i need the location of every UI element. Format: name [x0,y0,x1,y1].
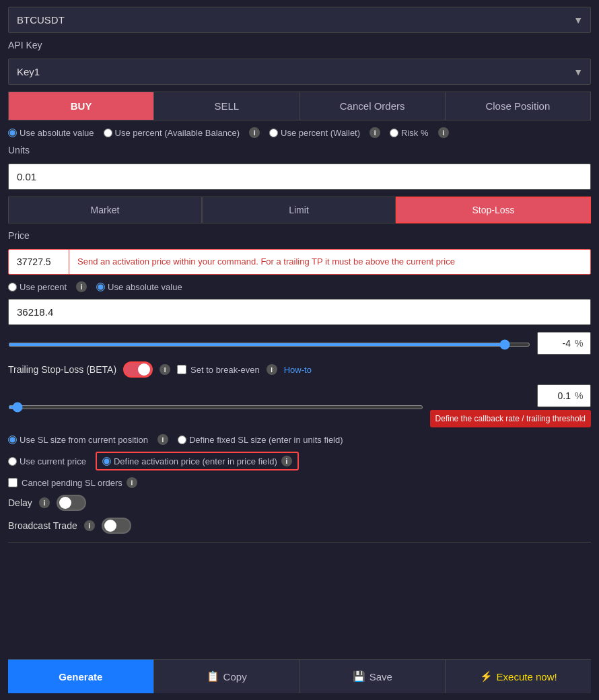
order-side-tabs: BUY SELL Cancel Orders Close Position [8,92,591,120]
sl-slider-wrapper[interactable] [8,338,530,349]
delay-info-icon[interactable]: i [39,497,50,508]
callback-input[interactable] [538,385,575,407]
sl-percent-input[interactable] [538,332,575,354]
copy-icon: 📋 [207,670,219,682]
cancel-orders-tab[interactable]: Cancel Orders [300,92,446,120]
symbol-dropdown[interactable]: BTCUSDT ▼ [8,7,591,33]
delay-slider [57,495,86,511]
amount-type-row: Use absolute value Use percent (Availabl… [8,127,591,138]
trailing-sl-row: Trailing Stop-Loss (BETA) i Set to break… [8,361,591,378]
activation-price-option: Define activation price (enter in price … [96,452,299,470]
stop-value-type-row: Use percent i Use absolute value [8,281,591,292]
api-key-label: API Key [8,40,591,50]
sl-percent-input-wrapper: % [537,332,591,355]
save-button[interactable]: 💾 Save [300,660,446,693]
broadcast-label: Broadcast Trade [8,520,77,531]
broadcast-toggle[interactable] [102,518,131,534]
break-even-checkbox-row[interactable]: Set to break-even [177,365,260,375]
units-input[interactable] [8,164,591,190]
cancel-pending-row[interactable]: Cancel pending SL orders i [8,477,591,488]
trailing-sl-slider [123,361,153,378]
stop-loss-tab[interactable]: Stop-Loss [396,197,591,223]
use-percent-info-icon[interactable]: i [76,281,87,292]
use-current-price-option[interactable]: Use current price [8,456,86,466]
limit-tab[interactable]: Limit [202,197,396,223]
delay-label: Delay [8,497,32,508]
price-hint: Send an activation price within your com… [69,250,590,274]
break-even-checkbox[interactable] [177,365,186,374]
cancel-pending-checkbox[interactable] [8,478,17,487]
risk-info-icon[interactable]: i [438,127,449,138]
activation-price-row: Use current price Define activation pric… [8,452,591,470]
sl-position-info-icon[interactable]: i [157,434,168,445]
units-label: Units [8,145,591,155]
copy-button[interactable]: 📋 Copy [154,660,300,693]
action-bar: Generate 📋 Copy 💾 Save ⚡ Execute now! [8,659,591,693]
broadcast-row: Broadcast Trade i [8,518,591,534]
generate-button[interactable]: Generate [8,660,154,693]
cancel-pending-label: Cancel pending SL orders [22,478,122,488]
howto-link[interactable]: How-to [284,365,312,375]
cancel-pending-info-icon[interactable]: i [127,477,137,488]
risk-option[interactable]: Risk % [390,128,428,138]
callback-slider-row: % Define the callback rate / trailing th… [8,384,591,427]
percent-sign: % [575,338,587,349]
save-icon: 💾 [353,670,365,682]
stop-loss-value-input[interactable] [8,299,591,325]
trailing-sl-label: Trailing Stop-Loss (BETA) [8,364,116,375]
market-tab[interactable]: Market [8,197,202,223]
price-label: Price [8,230,591,241]
sl-fixed-size-option[interactable]: Define fixed SL size (enter in units fie… [178,435,343,445]
buy-tab[interactable]: BUY [9,92,154,120]
close-position-tab[interactable]: Close Position [446,92,590,120]
api-key-section: API Key Key1 ▼ [8,40,591,85]
percent-avail-info-icon[interactable]: i [249,127,260,138]
percent-avail-option[interactable]: Use percent (Available Balance) [104,128,240,138]
symbol-select[interactable]: BTCUSDT [8,7,591,33]
sl-slider-row: % [8,332,591,355]
use-absolute-option[interactable]: Use absolute value [96,282,182,292]
divider [8,542,591,542]
broadcast-info-icon[interactable]: i [84,520,95,531]
broadcast-slider [102,518,131,534]
sl-from-position-option[interactable]: Use SL size from current position [8,435,148,445]
sl-size-row: Use SL size from current position i Defi… [8,434,591,445]
delay-row: Delay i [8,495,591,511]
execute-button[interactable]: ⚡ Execute now! [446,660,591,693]
execute-icon: ⚡ [480,670,493,682]
callback-input-wrapper: % [537,384,591,407]
break-even-info-icon[interactable]: i [267,364,277,375]
absolute-value-option[interactable]: Use absolute value [8,128,94,138]
trailing-sl-toggle[interactable] [123,361,153,378]
trailing-sl-info-icon[interactable]: i [160,364,170,375]
activation-price-info-icon[interactable]: i [281,456,292,466]
api-key-select[interactable]: Key1 [8,59,591,85]
api-key-dropdown[interactable]: Key1 ▼ [8,59,591,85]
callback-slider-wrapper[interactable] [8,400,423,411]
percent-wallet-option[interactable]: Use percent (Wallet) [269,128,360,138]
order-type-tabs: Market Limit Stop-Loss [8,197,591,223]
use-percent-option[interactable]: Use percent [8,282,67,292]
units-section: Units [8,145,591,190]
price-value-box: 37727.5 [9,250,69,274]
delay-toggle[interactable] [57,495,86,511]
callback-slider[interactable] [8,405,423,409]
callback-percent-sign: % [575,390,587,401]
price-row: 37727.5 Send an activation price within … [8,249,591,275]
price-section: Price 37727.5 Send an activation price w… [8,230,591,275]
callback-tooltip: Define the callback rate / trailing thre… [430,410,591,427]
percent-wallet-info-icon[interactable]: i [369,127,380,138]
sl-percent-slider[interactable] [8,343,530,347]
sell-tab[interactable]: SELL [154,92,300,120]
break-even-label: Set to break-even [190,365,260,375]
